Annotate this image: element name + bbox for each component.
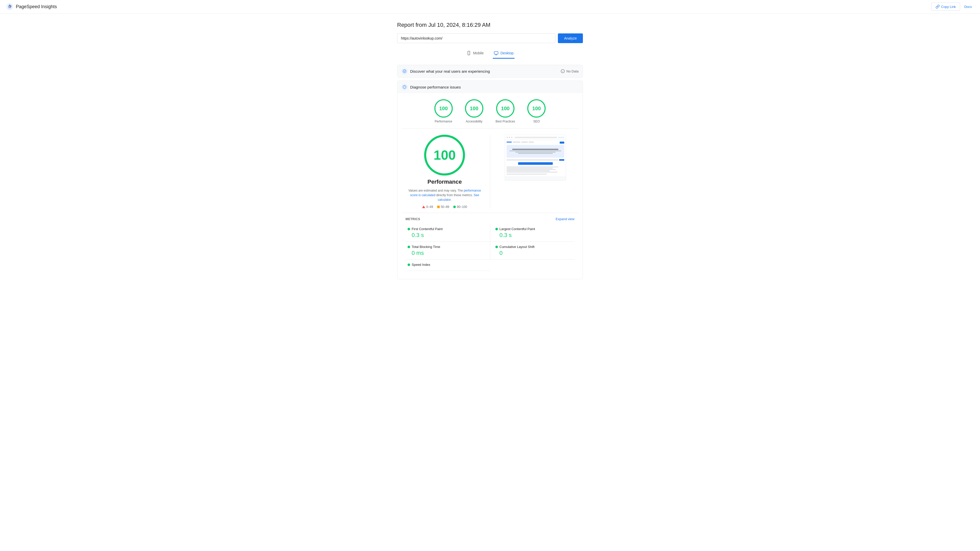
tab-desktop[interactable]: Desktop [493, 48, 514, 59]
url-bar: Analyze [397, 33, 583, 43]
header: PageSpeed Insights Copy Link Docs [0, 0, 980, 14]
diagnose-section-header[interactable]: Diagnose performance issues [397, 81, 583, 93]
diagnose-icon [401, 84, 407, 90]
good-icon [453, 206, 456, 208]
score-circle-accessibility: 100 [465, 99, 484, 118]
field-data-status: No Data [561, 69, 579, 73]
desktop-icon [494, 51, 498, 56]
link-icon [935, 5, 940, 9]
docs-button[interactable]: Docs [962, 3, 974, 11]
metrics-section: METRICS Expand view First Contentful Pai… [401, 213, 579, 275]
perf-description: Values are estimated and may vary. The p… [406, 188, 483, 202]
score-accessibility[interactable]: 100 Accessibility [465, 99, 484, 123]
header-actions: Copy Link Docs [931, 3, 974, 11]
perf-left: 100 Performance Values are estimated and… [406, 135, 484, 209]
metrics-title: METRICS [406, 218, 420, 221]
metric-tbt: Total Blocking Time 0 ms [406, 242, 490, 260]
metric-fcp: First Contentful Paint 0.3 s [406, 224, 490, 242]
expand-view-button[interactable]: Expand view [555, 217, 574, 221]
metric-cls: Cumulative Layout Shift 0 [490, 242, 574, 260]
legend-fail: 0–49 [422, 205, 433, 209]
perf-divider [490, 135, 490, 209]
metrics-header: METRICS Expand view [406, 217, 574, 221]
score-legend: 0–49 50–89 90–100 [422, 205, 467, 209]
scores-card: 100 Performance 100 Accessibility 100 Be… [397, 93, 583, 279]
screenshot-nav [505, 135, 566, 140]
perf-right [496, 135, 575, 181]
score-circle-seo: 100 [527, 99, 546, 118]
app-title: PageSpeed Insights [16, 4, 57, 10]
performance-detail: 100 Performance Values are estimated and… [401, 129, 579, 213]
logo-area: PageSpeed Insights [6, 3, 57, 10]
tab-mobile[interactable]: Mobile [466, 48, 485, 59]
legend-average: 50–89 [437, 205, 449, 209]
field-data-title: Discover what your real users are experi… [410, 69, 490, 73]
diagnose-title: Diagnose performance issues [410, 85, 461, 89]
pagespeed-logo-icon [6, 3, 13, 10]
field-data-icon [401, 68, 407, 74]
tbt-dot [407, 246, 410, 248]
calculator-link[interactable]: See calculator. [438, 193, 479, 202]
fcp-dot [407, 228, 410, 230]
si-dot [407, 264, 410, 266]
score-performance[interactable]: 100 Performance [434, 99, 453, 123]
url-input[interactable] [397, 33, 555, 43]
metrics-grid: First Contentful Paint 0.3 s Largest Con… [406, 224, 574, 271]
score-circle-performance: 100 [434, 99, 453, 118]
score-circle-best-practices: 100 [496, 99, 514, 118]
score-best-practices[interactable]: 100 Best Practices [496, 99, 515, 123]
fail-icon [422, 206, 425, 208]
metric-si: Speed Index [406, 260, 490, 271]
info-icon [561, 69, 565, 73]
report-title: Report from Jul 10, 2024, 8:16:29 AM [397, 22, 583, 28]
cls-dot [495, 246, 498, 248]
svg-rect-1 [468, 51, 470, 55]
main-content: Report from Jul 10, 2024, 8:16:29 AM Ana… [393, 14, 587, 295]
scores-row: 100 Performance 100 Accessibility 100 Be… [401, 99, 579, 129]
lcp-dot [495, 228, 498, 230]
site-screenshot [505, 135, 566, 181]
tab-switcher: Mobile Desktop [397, 48, 583, 59]
perf-score-link[interactable]: performance score is calculated [410, 189, 481, 197]
screenshot-body [505, 140, 566, 176]
score-seo[interactable]: 100 SEO [527, 99, 546, 123]
average-icon [437, 206, 440, 208]
copy-link-button[interactable]: Copy Link [931, 3, 960, 11]
field-data-section-header[interactable]: Discover what your real users are experi… [397, 65, 583, 78]
perf-title: Performance [428, 179, 462, 185]
metric-lcp: Largest Contentful Paint 0.3 s [490, 224, 574, 242]
big-score-circle: 100 [424, 135, 465, 176]
analyze-button[interactable]: Analyze [558, 33, 583, 43]
mobile-icon [466, 51, 471, 56]
svg-rect-3 [494, 52, 498, 54]
legend-good: 90–100 [453, 205, 467, 209]
